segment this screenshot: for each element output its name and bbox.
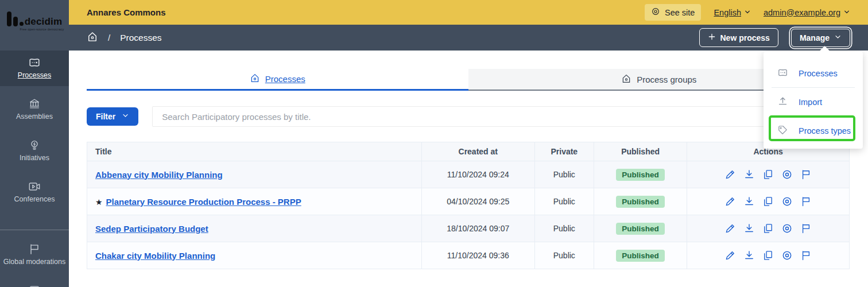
home-icon [621, 73, 631, 86]
export-icon[interactable] [743, 169, 755, 180]
sidebar-item-global-moderations[interactable]: Global moderations [0, 237, 69, 273]
header-private: Private [534, 142, 594, 161]
row-actions [687, 169, 849, 180]
process-title-link[interactable]: Planetary Resource Production Process - … [106, 197, 301, 207]
export-icon[interactable] [743, 196, 755, 207]
sidebar-item-assemblies[interactable]: Assemblies [0, 92, 69, 127]
moderate-flag-icon[interactable] [800, 196, 812, 207]
decidim-logo-mark: decidim [7, 11, 63, 26]
tabs: Processes Process groups [87, 69, 850, 91]
created-at-cell: 11/10/2024 09:36 [421, 242, 534, 269]
copy-icon[interactable] [762, 196, 774, 207]
published-badge: Published [616, 223, 665, 235]
edit-icon[interactable] [724, 196, 736, 207]
processes-table: Title Created at Private Published Actio… [87, 142, 850, 269]
table-row: Sedep Participatory Budget 18/10/2024 09… [87, 215, 850, 242]
sidebar: decidim Free open-source democracy Proce… [0, 0, 69, 287]
created-at-cell: 18/10/2024 09:07 [421, 215, 534, 242]
header-created-at: Created at [421, 142, 534, 161]
menu-item-processes[interactable]: Processes [764, 59, 863, 87]
breadcrumb-separator: / [108, 33, 110, 42]
moderate-flag-icon[interactable] [800, 250, 812, 261]
sidebar-item-pages[interactable]: Pages [0, 278, 69, 287]
table-row: Chakar city Mobility Planning 11/10/2024… [87, 242, 850, 269]
table-row: Planetary Resource Production Process - … [87, 188, 850, 215]
topbar: Annares Commons See site English admin@e… [69, 0, 868, 25]
private-cell: Public [534, 161, 594, 188]
filter-button[interactable]: Filter [87, 107, 138, 126]
chevron-down-icon [843, 8, 850, 17]
admin-subheader: / Processes New process Manage [69, 25, 868, 51]
published-badge: Published [616, 196, 665, 208]
main-area: Annares Commons See site English admin@e… [69, 0, 868, 287]
star-icon [95, 197, 103, 207]
new-process-button[interactable]: New process [699, 28, 778, 47]
subheader-actions: New process Manage [699, 28, 851, 47]
search-input[interactable] [152, 106, 850, 127]
copy-icon[interactable] [762, 169, 774, 180]
preview-icon[interactable] [781, 250, 793, 261]
logo-wordmark: decidim [25, 17, 63, 26]
row-actions [687, 250, 849, 261]
copy-icon[interactable] [762, 223, 774, 234]
preview-icon[interactable] [781, 196, 793, 207]
process-title-link[interactable]: Sedep Participatory Budget [95, 224, 208, 234]
account-menu[interactable]: admin@example.org [764, 8, 850, 17]
filter-row: Filter [87, 106, 850, 127]
manage-dropdown-menu: Processes Import Process types [764, 52, 863, 149]
export-icon[interactable] [743, 223, 755, 234]
created-at-cell: 04/10/2024 09:25 [421, 188, 534, 215]
breadcrumb-home-link[interactable] [87, 31, 98, 45]
process-title-link[interactable]: Chakar city Mobility Planning [95, 251, 215, 261]
private-cell: Public [534, 188, 594, 215]
lightbulb-icon [28, 139, 41, 152]
process-title-link[interactable]: Abbenay city Mobility Planning [95, 170, 223, 180]
language-selector[interactable]: English [714, 8, 751, 17]
copy-icon[interactable] [762, 250, 774, 261]
sidebar-item-conferences[interactable]: Conferences [0, 174, 69, 210]
table-header-row: Title Created at Private Published Actio… [87, 142, 850, 161]
moderate-flag-icon[interactable] [800, 223, 812, 234]
logo-tagline: Free open-source democracy [20, 28, 64, 31]
sidebar-divider [0, 230, 69, 230]
edit-icon[interactable] [724, 250, 736, 261]
menu-item-process-types[interactable]: Process types [764, 117, 863, 145]
sidebar-item-initiatives[interactable]: Initiatives [0, 133, 69, 169]
map-icon [777, 67, 788, 80]
upload-icon [777, 96, 788, 108]
chevron-down-icon [122, 112, 129, 121]
site-title: Annares Commons [87, 7, 166, 17]
header-title: Title [87, 142, 422, 161]
row-actions [687, 223, 849, 234]
app-root: decidim Free open-source democracy Proce… [0, 0, 868, 287]
assembly-building-icon [28, 98, 41, 110]
page-icon [28, 284, 41, 287]
topbar-right: See site English admin@example.org [645, 4, 850, 21]
home-icon [250, 73, 260, 85]
preview-icon[interactable] [781, 169, 793, 180]
content-area: Processes Process groups Filter Title [69, 51, 868, 287]
created-at-cell: 11/10/2024 09:24 [421, 161, 534, 188]
preview-eye-icon [651, 7, 660, 18]
video-camera-icon [28, 180, 41, 193]
decidim-logo[interactable]: decidim Free open-source democracy [0, 0, 69, 51]
private-cell: Public [534, 215, 594, 242]
menu-item-import[interactable]: Import [764, 88, 863, 116]
see-site-button[interactable]: See site [645, 4, 701, 21]
published-badge: Published [616, 250, 665, 262]
export-icon[interactable] [743, 250, 755, 261]
sidebar-item-processes[interactable]: Processes [0, 51, 69, 86]
row-actions [687, 196, 849, 207]
published-badge: Published [616, 169, 665, 181]
preview-icon[interactable] [781, 223, 793, 234]
edit-icon[interactable] [724, 223, 736, 234]
moderate-flag-icon[interactable] [800, 169, 812, 180]
chevron-down-icon [834, 33, 842, 42]
tab-processes[interactable]: Processes [87, 69, 468, 91]
home-icon [87, 31, 98, 45]
edit-icon[interactable] [724, 169, 736, 180]
flag-icon [28, 243, 41, 255]
manage-button[interactable]: Manage [791, 29, 850, 47]
plus-icon [708, 33, 716, 42]
map-icon [28, 56, 41, 69]
